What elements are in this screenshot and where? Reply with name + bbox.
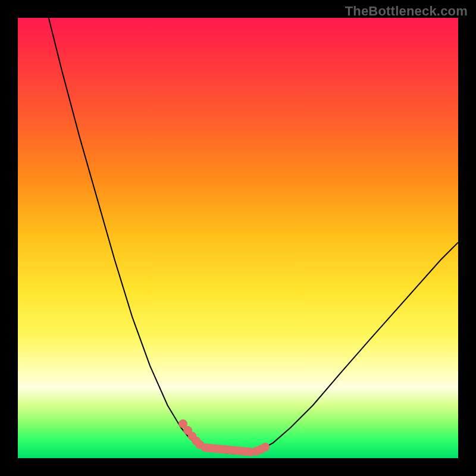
curve-layer (18, 18, 458, 458)
curve-left-branch (49, 18, 216, 451)
plot-area (18, 18, 458, 458)
data-marker (196, 440, 204, 449)
valley-floor-marker (205, 447, 252, 452)
watermark-text: TheBottleneck.com (345, 4, 468, 19)
chart-frame: TheBottleneck.com (0, 0, 476, 476)
data-marker (261, 443, 270, 452)
curve-right-branch (260, 242, 458, 450)
